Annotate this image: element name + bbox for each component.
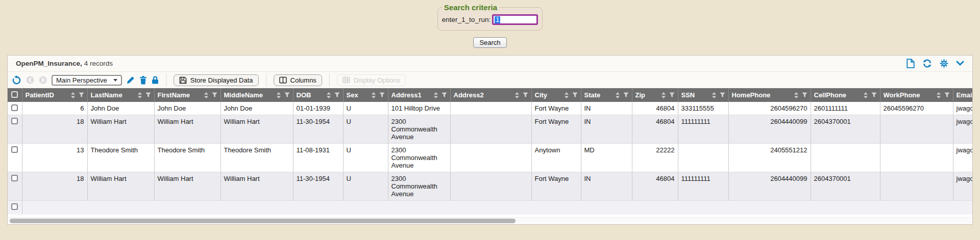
sort-icon[interactable] [433,92,438,98]
sort-icon[interactable] [137,92,142,98]
cell-firstname: William Hart [154,172,220,201]
perspective-select[interactable]: Main Perspective [52,75,122,86]
panel-title: OpenPM_Insurance,4 records [16,60,113,67]
cell-email: jwago [953,172,972,201]
gear-icon[interactable] [940,59,948,68]
column-header-email[interactable]: Email [953,88,972,102]
toolbar-separator [329,73,330,87]
lock-icon[interactable] [152,76,159,84]
toolbar-separator [266,73,266,87]
sort-icon[interactable] [615,92,620,98]
sort-icon[interactable] [661,92,666,98]
filter-icon[interactable] [145,92,151,98]
edit-icon[interactable] [127,76,135,84]
cell-workphone [880,144,953,172]
filter-icon[interactable] [379,92,385,98]
cell-state: IN [581,115,632,144]
column-header-lastname[interactable]: LastName [87,88,154,102]
refresh-icon[interactable] [922,59,932,68]
sort-icon[interactable] [70,92,76,98]
cell-sex: U [343,102,388,115]
new-record-select-cell [8,201,22,215]
cell-ssn: 111111111 [678,115,728,144]
filter-icon[interactable] [572,92,578,98]
cell-ssn [678,144,728,172]
cell-email: jwago [953,144,972,172]
cell-workphone [880,172,953,201]
sort-icon[interactable] [564,92,569,98]
column-header-cellphone[interactable]: CellPhone [811,88,880,102]
cell-workphone [880,115,953,144]
column-header-dob[interactable]: DOB [293,88,343,102]
new-record-checkbox[interactable] [11,203,18,210]
table-row: 6John DoeJohn DoeJohn Doe01-01-1939U101 … [8,102,972,115]
toolbar-separator [166,73,166,87]
sort-icon[interactable] [371,92,376,98]
sort-icon[interactable] [712,92,717,98]
document-icon[interactable] [906,59,915,68]
filter-icon[interactable] [442,92,447,98]
sort-icon[interactable] [326,92,331,98]
cell-cellphone [811,144,880,172]
store-displayed-data-button[interactable]: Store Displayed Data [174,74,259,86]
filter-icon[interactable] [212,92,217,98]
row-checkbox[interactable] [11,118,18,124]
column-header-address1[interactable]: Address1 [388,88,450,102]
row-select-cell [8,115,22,144]
column-header-patientid[interactable]: PatientID [22,88,87,102]
column-header-sex[interactable]: Sex [343,88,388,102]
filter-icon[interactable] [944,92,950,98]
filter-icon[interactable] [79,92,84,98]
cell-lastname: William Hart [87,172,154,201]
save-icon [179,76,187,84]
horizontal-scrollbar[interactable] [8,217,972,224]
column-header-zip[interactable]: Zip [632,88,678,102]
scrollbar-thumb[interactable] [10,219,516,223]
filter-icon[interactable] [720,92,725,98]
cell-homephone: 2604440099 [728,172,811,201]
nav-back-icon [26,76,34,84]
column-header-address2[interactable]: Address2 [450,88,531,102]
filter-icon[interactable] [334,92,340,98]
cell-dob: 11-30-1954 [293,115,343,144]
sort-icon[interactable] [204,92,209,98]
cell-patientid: 6 [22,102,87,115]
sort-icon[interactable] [936,92,941,98]
run-input[interactable]: 1 [492,14,538,25]
filter-icon[interactable] [871,92,877,98]
sort-icon[interactable] [863,92,868,98]
column-header-homephone[interactable]: HomePhone [728,88,811,102]
row-checkbox[interactable] [11,104,18,111]
search-button[interactable]: Search [473,37,506,48]
cell-workphone: 26045596270 [880,102,953,115]
column-header-middlename[interactable]: MiddleName [220,88,293,102]
filter-icon[interactable] [802,92,807,98]
column-header-city[interactable]: City [531,88,581,102]
cell-cellphone: 2601111111 [811,102,880,115]
row-checkbox[interactable] [11,146,18,153]
sort-icon[interactable] [514,92,520,98]
column-header-ssn[interactable]: SSN [678,88,728,102]
sort-icon[interactable] [794,92,799,98]
filter-icon[interactable] [523,92,528,98]
column-header-label: Address2 [454,91,512,99]
column-header-workphone[interactable]: WorkPhone [880,88,953,102]
columns-button[interactable]: Columns [274,74,322,86]
columns-icon [279,76,287,84]
column-header-firstname[interactable]: FirstName [154,88,220,102]
delete-icon[interactable] [139,76,147,85]
panel-titlebar: OpenPM_Insurance,4 records [8,56,972,72]
collapse-icon[interactable] [956,61,964,66]
row-checkbox[interactable] [11,175,18,181]
sort-icon[interactable] [276,92,281,98]
cell-middlename: William Hart [220,172,293,201]
search-criteria-legend: Search criteria [442,3,499,12]
undo-icon[interactable] [12,75,21,85]
filter-icon[interactable] [623,92,629,98]
column-header-state[interactable]: State [581,88,632,102]
nav-forward-icon [39,76,47,84]
cell-ssn: 333115555 [678,102,728,115]
filter-icon[interactable] [284,92,290,98]
filter-icon[interactable] [669,92,675,98]
select-all-checkbox[interactable] [11,91,18,98]
